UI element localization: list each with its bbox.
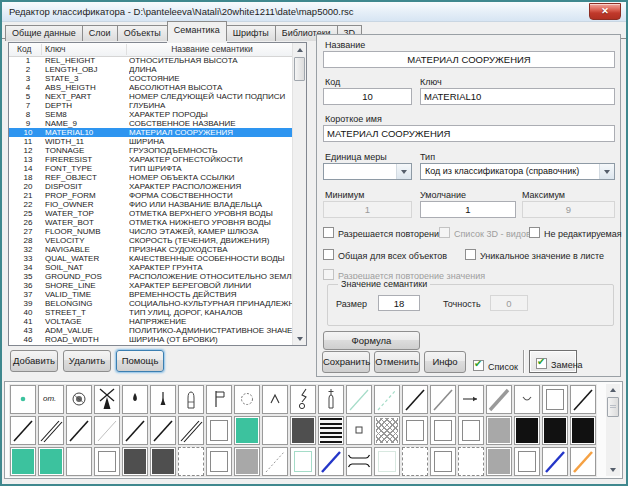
table-row[interactable]: 41VOLTAGEНАПРЯЖЕНИЕ [9, 317, 293, 326]
table-row[interactable]: 40STREET_TТИП УЛИЦ, ДОРОГ, КАНАЛОВ [9, 308, 293, 317]
palette-cell-fill-darkgray[interactable] [150, 447, 176, 476]
tab-semantics[interactable]: Семантика [167, 21, 227, 41]
palette-cell-line-black[interactable] [402, 385, 428, 414]
palette-cell-frame-white[interactable] [206, 447, 232, 476]
table-row[interactable]: 8SEM8ХАРАКТЕР ПОРОДЫ [9, 110, 293, 119]
palette-cell-frame-white[interactable] [542, 385, 568, 414]
palette-cell-frame-teal[interactable] [290, 447, 316, 476]
table-row[interactable]: 18REF_OBJECTНОМЕР ОБЪЕКТА ССЫЛКИ [9, 173, 293, 182]
palette-cell-line-thin-dashed[interactable] [262, 447, 288, 476]
titlebar[interactable]: Редактор классификатора - D:\panteleeva\… [2, 2, 626, 22]
palette-cell-fill-gray[interactable] [486, 416, 512, 445]
palette-cell-frame-faint[interactable] [374, 447, 400, 476]
scroll-thumb[interactable] [294, 57, 305, 81]
palette-cell-curve-u[interactable] [514, 385, 540, 414]
palette-cell-fill-black[interactable] [570, 416, 596, 445]
palette-cell-fill-white[interactable] [262, 416, 288, 445]
palette-cell-windmill[interactable] [94, 385, 120, 414]
column-header-name[interactable]: Название семантики [129, 44, 295, 54]
palette-cell-droplet[interactable] [122, 385, 148, 414]
palette-cell-line-black[interactable] [122, 416, 148, 445]
palette-cell-frame-dashed[interactable] [178, 447, 204, 476]
checkbox-repeat-allowed[interactable]: Разрешается повторение [323, 223, 444, 241]
list-header[interactable]: Код Ключ Название семантики [9, 43, 306, 57]
palette-cell-beacon[interactable] [150, 385, 176, 414]
table-row[interactable]: 2LENGTH_OBJДЛИНА [9, 65, 293, 74]
table-row[interactable]: 32NAVIGABLEПРИЗНАК СУДОХОДСТВА [9, 245, 293, 254]
default-input[interactable] [420, 201, 516, 218]
scroll-thumb[interactable] [607, 397, 619, 417]
table-row[interactable]: 14FONT_TYPEТИП ШРИФТА [9, 164, 293, 173]
tab-objects[interactable]: Объекты [117, 25, 168, 41]
palette-cell-line-gray[interactable] [430, 385, 456, 414]
info-button[interactable]: Инфо [424, 351, 466, 373]
table-row[interactable]: 36SHORE_LINEХАРАКТЕР БЕРЕГОВОЙ ЛИНИИ [9, 281, 293, 290]
column-header-code[interactable]: Код [17, 44, 31, 54]
palette-cell-fill-black[interactable] [542, 416, 568, 445]
palette-cell-line-black[interactable] [66, 416, 92, 445]
dropdown-button[interactable] [599, 164, 614, 179]
palette-cell-frame-white[interactable] [430, 447, 456, 476]
table-row[interactable]: 12TONNAGEГРУЗОПОДЪЕМНОСТЬ [9, 146, 293, 155]
palette-cell-line-teal-dashed[interactable] [374, 385, 400, 414]
palette-cell-line-gray-thick[interactable] [486, 385, 512, 414]
table-row[interactable]: 7DEPTHГЛУБИНА [9, 101, 293, 110]
palette-cell-frame-dashed[interactable] [402, 447, 428, 476]
code-input[interactable] [323, 88, 412, 105]
palette-cell-fill-gray[interactable] [486, 447, 512, 476]
table-row[interactable]: 5NEXT_PARTНОМЕР СЛЕДУЮЩЕЙ ЧАСТИ ПОДПИСИ [9, 92, 293, 101]
name-input[interactable] [323, 51, 615, 68]
table-row[interactable]: 3STATE_3СОСТОЯНИЕ [9, 74, 293, 83]
palette-cell-line-double[interactable] [178, 416, 204, 445]
delete-button[interactable]: Удалить [63, 350, 111, 372]
table-row[interactable]: 37VALID_TIMEВРЕМЕННОСТЬ ДЕЙСТВИЯ [9, 290, 293, 299]
palette-cell-dot-teal[interactable] [10, 385, 36, 414]
unit-combobox[interactable] [323, 163, 412, 180]
palette-cell-line-black[interactable] [150, 416, 176, 445]
table-row[interactable]: 28VELOCITYСКОРОСТЬ (ТЕЧЕНИЯ, ДВИЖЕНИЯ) [9, 236, 293, 245]
checkbox-common-all[interactable]: Общая для всех объектов [323, 245, 447, 263]
table-row[interactable]: 13FIRERESISTХАРАКТЕР ОГНЕСТОЙКОСТИ [9, 155, 293, 164]
table-row[interactable]: 4ABS_HEIGTHАБСОЛЮТНАЯ ВЫСОТА [9, 83, 293, 92]
palette-cell-bridge[interactable] [346, 447, 372, 476]
palette-cell-flag[interactable] [206, 385, 232, 414]
palette-cell-frame-white[interactable] [514, 447, 540, 476]
palette-cell-circle-dashed[interactable] [234, 385, 260, 414]
palette-cell-square-small[interactable] [346, 416, 372, 445]
table-row[interactable]: 33QUAL_WATERКАЧЕСТВЕННЫЕ ОСОБЕННОСТИ ВОД… [9, 254, 293, 263]
palette-cell-text-om[interactable]: om. [38, 385, 64, 414]
checkbox-list[interactable]: Список [473, 356, 518, 374]
checkbox-not-editable[interactable]: Не редактируемая [529, 223, 622, 241]
palette-cell-line-orange[interactable] [570, 447, 596, 476]
palette-cell-frame-white[interactable] [402, 416, 428, 445]
palette-scrollbar[interactable] [606, 384, 620, 476]
palette-cell-arrow-right[interactable] [458, 385, 484, 414]
column-header-key[interactable]: Ключ [45, 44, 66, 54]
palette-cell-lightning[interactable] [290, 385, 316, 414]
scroll-down-button[interactable] [606, 464, 620, 476]
palette-cell-line-blue[interactable] [318, 447, 344, 476]
table-row[interactable]: 10MATERIAL10МАТЕРИАЛ СООРУЖЕНИЯ [9, 128, 293, 137]
table-row[interactable]: 21PROP_FORMФОРМА СОБСТВЕННОСТИ [9, 191, 293, 200]
help-button[interactable]: Помощь [116, 350, 164, 372]
palette-cell-frame-dashed[interactable] [458, 447, 484, 476]
palette-cell-fill-gray[interactable] [234, 447, 260, 476]
table-row[interactable]: 46ROAD_WIDTHШИРИНА (ОТ БРОВКИ) [9, 335, 293, 344]
type-combobox[interactable]: Код из классификатора (справочник) [420, 163, 615, 180]
table-row[interactable]: 11WIDTH_11ШИРИНА [9, 137, 293, 146]
list-scrollbar[interactable] [292, 43, 306, 345]
save-button[interactable]: Сохранить [322, 351, 370, 373]
table-row[interactable]: 26WATER_BOTОТМЕТКА НИЖНЕГО УРОВНЯ ВОДЫ [9, 218, 293, 227]
checkbox-replace[interactable]: Замена [536, 354, 576, 372]
palette-cell-lighthouse[interactable] [178, 385, 204, 414]
palette-cell-line-black[interactable] [10, 416, 36, 445]
palette-cell-fill-crosshatch[interactable] [374, 416, 400, 445]
table-row[interactable]: 20DISPOSITХАРАКТЕР РАСПОЛОЖЕНИЯ [9, 182, 293, 191]
add-button[interactable]: Добавить [10, 350, 58, 372]
palette-cell-frame-white[interactable] [206, 416, 232, 445]
palette-cell-survey-circle[interactable] [66, 385, 92, 414]
table-row[interactable]: 43ADM_VALUEПОЛИТИКО-АДМИНИСТРАТИВНОЕ ЗНА… [9, 326, 293, 335]
scroll-up-button[interactable] [293, 43, 306, 56]
palette-cell-fill-stripes[interactable] [318, 416, 344, 445]
cancel-button[interactable]: Отменить [374, 351, 420, 373]
